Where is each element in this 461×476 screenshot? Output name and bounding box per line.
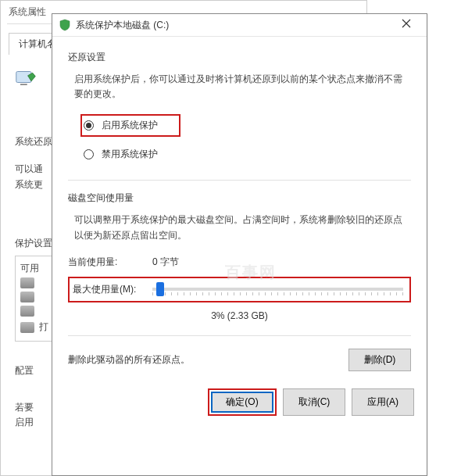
restore-settings-heading: 还原设置: [68, 51, 411, 64]
shield-monitor-icon: [15, 69, 37, 95]
protection-radio-group: 启用系统保护 禁用系统保护: [80, 114, 411, 166]
radio-label: 启用系统保护: [102, 119, 158, 132]
radio-disable-protection[interactable]: 禁用系统保护: [80, 143, 411, 166]
ok-button-highlight: 确定(O): [208, 388, 277, 416]
delete-description: 删除此驱动器的所有还原点。: [68, 353, 190, 367]
disk-icon: [20, 306, 34, 317]
slider-thumb[interactable]: [156, 282, 164, 296]
disk-icon: [20, 292, 34, 302]
radio-label: 禁用系统保护: [102, 148, 158, 161]
disk-usage-desc: 可以调整用于系统保护的最大磁盘空间。占满空间时，系统将删除较旧的还原点以便为新还…: [74, 213, 411, 242]
ok-button[interactable]: 确定(O): [211, 392, 273, 413]
disk-icon: [20, 322, 34, 333]
current-usage-value: 0 字节: [152, 256, 179, 269]
max-usage-label: 最大使用量(M):: [73, 283, 149, 296]
system-protection-dialog: 系统保护本地磁盘 (C:) 还原设置 启用系统保护后，你可以通过及时将计算机还原…: [52, 13, 427, 476]
dialog-titlebar: 系统保护本地磁盘 (C:): [52, 14, 427, 36]
disk-usage-heading: 磁盘空间使用量: [68, 191, 411, 205]
current-usage-label: 当前使用量:: [68, 256, 152, 269]
dialog-footer: 确定(O) 取消(C) 应用(A): [52, 381, 427, 427]
max-usage-slider[interactable]: [152, 288, 403, 291]
dialog-title: 系统保护本地磁盘 (C:): [76, 19, 392, 32]
max-usage-row: 最大使用量(M):: [68, 277, 411, 302]
restore-settings-desc: 启用系统保护后，你可以通过及时将计算机还原到以前的某个状态点来撤消不需要的更改。: [74, 72, 411, 102]
shield-icon: [59, 19, 71, 31]
disk-icon: [20, 277, 34, 288]
slider-readout: 3% (2.33 GB): [68, 310, 411, 321]
delete-button[interactable]: 删除(D): [348, 349, 411, 371]
radio-icon: [84, 149, 94, 159]
radio-icon: [84, 120, 94, 131]
svg-rect-1: [20, 84, 27, 85]
divider: [68, 335, 411, 336]
apply-button[interactable]: 应用(A): [352, 388, 414, 416]
close-button[interactable]: [392, 16, 420, 34]
cancel-button[interactable]: 取消(C): [283, 388, 345, 416]
divider: [68, 180, 411, 181]
current-usage-row: 当前使用量: 0 字节: [68, 256, 411, 269]
radio-enable-protection[interactable]: 启用系统保护: [80, 114, 180, 137]
